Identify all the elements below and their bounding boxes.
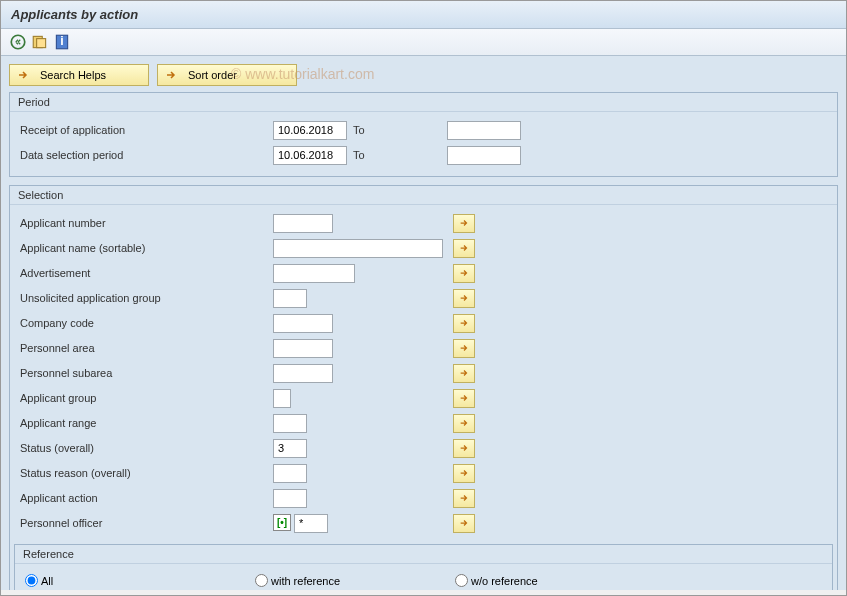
field-input[interactable] — [273, 489, 307, 508]
datasel-from-input[interactable] — [273, 146, 347, 165]
selection-row: Applicant action — [18, 486, 829, 510]
input-wrap — [273, 414, 453, 433]
radio-with-label: with reference — [271, 575, 340, 587]
field-input[interactable] — [273, 389, 291, 408]
radio-without[interactable]: w/o reference — [455, 574, 538, 587]
field-input[interactable] — [273, 314, 333, 333]
field-label: Status reason (overall) — [18, 467, 273, 479]
multi-selection-button[interactable] — [453, 314, 475, 333]
field-input[interactable] — [273, 289, 307, 308]
search-helps-label: Search Helps — [40, 69, 106, 81]
input-wrap — [273, 314, 453, 333]
execute-icon[interactable] — [9, 33, 27, 51]
multi-selection-button[interactable] — [453, 514, 475, 533]
input-wrap: [•] — [273, 514, 453, 533]
search-helps-button[interactable]: Search Helps — [9, 64, 149, 86]
selection-row: Status (overall) — [18, 436, 829, 460]
selection-row: Applicant range — [18, 411, 829, 435]
radio-all[interactable]: All — [25, 574, 255, 587]
field-input[interactable] — [273, 339, 333, 358]
sort-order-label: Sort order — [188, 69, 237, 81]
field-input[interactable] — [273, 264, 355, 283]
field-label: Applicant name (sortable) — [18, 242, 273, 254]
selection-row: Personnel officer[•] — [18, 511, 829, 535]
reference-group: Reference All with reference w/o referen… — [14, 544, 833, 590]
input-wrap — [273, 364, 453, 383]
field-label: Applicant group — [18, 392, 273, 404]
field-label: Company code — [18, 317, 273, 329]
multi-selection-button[interactable] — [453, 414, 475, 433]
field-input[interactable] — [273, 214, 333, 233]
field-input[interactable] — [294, 514, 328, 533]
sort-order-button[interactable]: Sort order — [157, 64, 297, 86]
multi-selection-button[interactable] — [453, 289, 475, 308]
field-input[interactable] — [273, 439, 307, 458]
field-input[interactable] — [273, 239, 443, 258]
multi-selection-button[interactable] — [453, 339, 475, 358]
receipt-from-input[interactable] — [273, 121, 347, 140]
multi-selection-button[interactable] — [453, 214, 475, 233]
selection-row: Personnel area — [18, 336, 829, 360]
input-wrap — [273, 214, 453, 233]
field-label: Status (overall) — [18, 442, 273, 454]
input-wrap — [273, 489, 453, 508]
input-wrap — [273, 464, 453, 483]
receipt-to-input[interactable] — [447, 121, 521, 140]
arrow-right-icon — [16, 68, 30, 82]
input-wrap — [273, 239, 453, 258]
datasel-to-input[interactable] — [447, 146, 521, 165]
selection-row: Applicant name (sortable) — [18, 236, 829, 260]
period-group: Period Receipt of application To Data se… — [9, 92, 838, 177]
input-wrap — [273, 339, 453, 358]
input-wrap — [273, 289, 453, 308]
field-label: Personnel officer — [18, 517, 273, 529]
selection-indicator-icon[interactable]: [•] — [273, 514, 291, 531]
input-wrap — [273, 439, 453, 458]
radio-without-label: w/o reference — [471, 575, 538, 587]
page-title: Applicants by action — [11, 7, 138, 22]
field-label: Applicant number — [18, 217, 273, 229]
field-label: Personnel area — [18, 342, 273, 354]
to-label: To — [347, 124, 447, 136]
field-label: Applicant range — [18, 417, 273, 429]
field-label: Advertisement — [18, 267, 273, 279]
datasel-label: Data selection period — [18, 149, 273, 161]
radio-without-input[interactable] — [455, 574, 468, 587]
multi-selection-button[interactable] — [453, 389, 475, 408]
radio-with-input[interactable] — [255, 574, 268, 587]
variant-icon[interactable] — [31, 33, 49, 51]
period-title: Period — [10, 93, 837, 112]
info-icon[interactable]: i — [53, 33, 71, 51]
title-bar: Applicants by action — [1, 1, 846, 29]
svg-text:i: i — [60, 34, 63, 48]
field-label: Unsolicited application group — [18, 292, 273, 304]
multi-selection-button[interactable] — [453, 489, 475, 508]
multi-selection-button[interactable] — [453, 439, 475, 458]
multi-selection-button[interactable] — [453, 364, 475, 383]
content-area: © www.tutorialkart.com Search Helps Sort… — [1, 56, 846, 590]
radio-all-input[interactable] — [25, 574, 38, 587]
radio-with[interactable]: with reference — [255, 574, 455, 587]
button-row: Search Helps Sort order — [9, 64, 838, 86]
selection-row: Applicant group — [18, 386, 829, 410]
field-label: Applicant action — [18, 492, 273, 504]
input-wrap — [273, 264, 453, 283]
selection-row: Advertisement — [18, 261, 829, 285]
field-input[interactable] — [273, 464, 307, 483]
multi-selection-button[interactable] — [453, 239, 475, 258]
multi-selection-button[interactable] — [453, 264, 475, 283]
toolbar: i — [1, 29, 846, 56]
radio-all-label: All — [41, 575, 53, 587]
multi-selection-button[interactable] — [453, 464, 475, 483]
selection-group: Selection Applicant numberApplicant name… — [9, 185, 838, 590]
arrow-right-icon — [164, 68, 178, 82]
selection-row: Status reason (overall) — [18, 461, 829, 485]
field-label: Personnel subarea — [18, 367, 273, 379]
selection-title: Selection — [10, 186, 837, 205]
selection-row: Applicant number — [18, 211, 829, 235]
field-input[interactable] — [273, 414, 307, 433]
selection-row: Company code — [18, 311, 829, 335]
receipt-label: Receipt of application — [18, 124, 273, 136]
svg-rect-2 — [37, 39, 46, 48]
field-input[interactable] — [273, 364, 333, 383]
